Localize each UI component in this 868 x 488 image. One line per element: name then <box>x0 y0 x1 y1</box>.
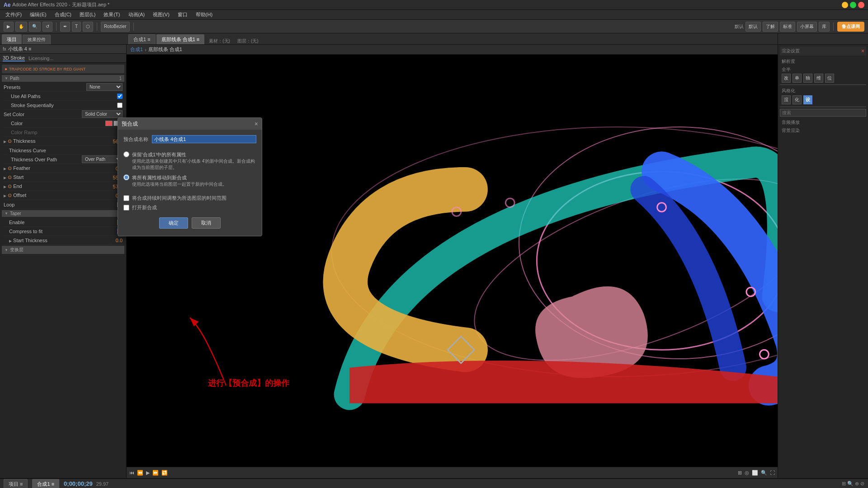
dialog-body: 预合成名称 保留'合成1'中的所有属性 使用此选项来创建其中只有'小线条 4'的… <box>118 130 262 236</box>
play-stop-icon[interactable]: ⏮ <box>129 470 134 475</box>
menu-composition[interactable]: 合成(C) <box>51 10 75 19</box>
menu-window[interactable]: 窗口 <box>174 10 191 19</box>
menu-effect[interactable]: 效果(T) <box>100 10 123 19</box>
right-divider-2 <box>780 107 866 107</box>
toolbar-rotobezier[interactable]: RotoBezier <box>101 22 129 32</box>
dialog-checkbox-open[interactable] <box>123 205 129 211</box>
window-title: Adobe After Effects 2020 - 无标题项目.aep * <box>12 1 109 8</box>
render-btn-4[interactable]: 维 <box>814 74 823 83</box>
titlebar: Ae Adobe After Effects 2020 - 无标题项目.aep … <box>0 0 868 10</box>
stylize-btn-1[interactable]: 渲 <box>782 95 791 104</box>
start-row: ▶ ⊙ Start 55.0 <box>2 173 124 182</box>
stroke-seq-label: Stroke Sequentially <box>4 103 117 108</box>
stylize-btn-2[interactable]: 化 <box>793 95 802 104</box>
render-btn-2[interactable]: 单 <box>793 74 802 83</box>
layer-name-label: 小线条 4 ≡ <box>8 46 32 52</box>
start-thickness-value[interactable]: 0.0 <box>104 238 123 243</box>
toolbar-pen[interactable]: ✒ <box>60 22 70 32</box>
feather-icon: ⊙ <box>8 165 12 171</box>
feather-expand-icon: ▶ <box>4 167 6 171</box>
licensing-tab[interactable]: Licensing... <box>28 56 54 61</box>
dialog-cancel-button[interactable]: 取消 <box>192 217 221 229</box>
tab-comp-bottom[interactable]: 底部线条 合成1 ≡ <box>156 34 205 44</box>
right-panel-divider <box>780 84 866 85</box>
close-button[interactable] <box>858 2 864 8</box>
grid-icon[interactable]: ⊞ <box>738 470 742 476</box>
render-btn-1[interactable]: 改 <box>782 74 791 83</box>
step-fwd-icon[interactable]: ⏩ <box>152 470 159 476</box>
workspace-standard[interactable]: 标准 <box>780 22 795 32</box>
compress-fit-row: Compress to fit <box>2 227 124 236</box>
menubar: 文件(F) 编辑(E) 合成(C) 图层(L) 效果(T) 动画(A) 视图(V… <box>0 10 868 20</box>
art-svg <box>127 55 778 467</box>
play-icon[interactable]: ▶ <box>146 470 150 476</box>
presets-dropdown[interactable]: None <box>86 83 123 91</box>
menu-file[interactable]: 文件(F) <box>2 10 25 19</box>
toolbar-zoom[interactable]: 🔍 <box>29 22 41 32</box>
workspace-library[interactable]: 库 <box>819 22 830 32</box>
loop-icon[interactable]: 🔁 <box>161 470 168 476</box>
tab-project[interactable]: 项目 <box>2 34 22 44</box>
dialog-option-2-text: 将所有属性移动到新合成 使用此选项将当前图层一起置于新的中间合成。 <box>132 174 227 188</box>
full-screen-icon[interactable]: ⛶ <box>770 470 775 475</box>
right-panel-header: 渲染设置 × <box>780 47 866 56</box>
dialog-name-row: 预合成名称 <box>123 135 256 143</box>
safe-zone-icon[interactable]: ⬜ <box>752 470 758 476</box>
render-btn-5[interactable]: 位 <box>825 74 834 83</box>
transform-triangle-icon: ▼ <box>5 248 8 252</box>
mask-icon[interactable]: ◎ <box>745 470 749 476</box>
tab-project-tl[interactable]: 项目 ≡ <box>4 479 28 488</box>
toolbar-separator-4 <box>833 23 834 31</box>
toolbar-text[interactable]: T <box>72 22 81 32</box>
render-btn-3[interactable]: 独 <box>803 74 812 83</box>
dialog-close-icon[interactable]: × <box>255 120 258 127</box>
menu-edit[interactable]: 编辑(E) <box>26 10 50 19</box>
bg-render-label: 背景渲染 <box>780 127 866 135</box>
workspace-default[interactable]: 默认 <box>745 22 761 32</box>
dialog-checkbox-duration[interactable] <box>123 195 129 201</box>
toolbar-shape[interactable]: ⬡ <box>83 22 93 32</box>
toolbar-select[interactable]: ▶ <box>4 22 14 32</box>
stroke-seq-checkbox[interactable] <box>117 103 123 108</box>
loop-row: Loop <box>2 200 124 209</box>
main-content: fx 小线条 4 ≡ 3D Stroke Licensing... ● TRAP… <box>0 45 868 478</box>
right-panel-close-icon[interactable]: × <box>861 48 864 54</box>
tab-comp1-tl[interactable]: 合成1 ≡ <box>32 479 59 488</box>
maximize-button[interactable] <box>850 2 856 8</box>
workspace-learn[interactable]: 了解 <box>763 22 778 32</box>
menu-layer[interactable]: 图层(L) <box>76 10 99 19</box>
plugin-name-tab[interactable]: 3D Stroke <box>3 55 25 61</box>
color-ramp-row: Color Ramp <box>2 128 124 137</box>
tab-comp1[interactable]: 合成1 ≡ <box>128 34 156 44</box>
menu-help[interactable]: 帮助(H) <box>192 10 216 19</box>
zoom-icon[interactable]: 🔍 <box>761 470 767 476</box>
minimize-button[interactable] <box>842 2 848 8</box>
breadcrumb-bottom[interactable]: 底部线条 合成1 <box>148 46 182 53</box>
precomp-name-input[interactable] <box>152 135 256 143</box>
search-input[interactable] <box>780 109 866 117</box>
dialog-option-2-desc: 使用此选项将当前图层一起置于新的中间合成。 <box>132 181 227 188</box>
color-swatch[interactable] <box>105 121 113 126</box>
stylize-btn-active[interactable]: 设 <box>803 95 812 104</box>
thickness-label: ▶ ⊙ Thickness <box>4 138 104 144</box>
tab-effects-controls[interactable]: 效果控件 效果控件 <box>23 35 51 44</box>
breadcrumb-comp1[interactable]: 合成1 <box>130 46 143 53</box>
thickness-over-path-dropdown[interactable]: Over Path Solid Color <box>82 155 123 163</box>
step-back-icon[interactable]: ⏪ <box>137 470 143 476</box>
viewer-controls: ⏮ ⏪ ▶ ⏩ 🔁 ⊞ ◎ ⬜ 🔍 ⛶ <box>127 467 778 478</box>
toolbar-move[interactable]: ✋ <box>15 22 27 32</box>
stylize-buttons: 渲 化 设 <box>780 95 866 105</box>
effects-properties: ● TRAPCODE 3D STROKE BY RED GIANT ▼ Path… <box>0 63 126 478</box>
menu-view[interactable]: 视图(V) <box>149 10 173 19</box>
toolbar-rotate[interactable]: ↺ <box>42 22 52 32</box>
dialog-confirm-button[interactable]: 确定 <box>159 217 188 229</box>
workspace-small[interactable]: 小屏幕 <box>797 22 817 32</box>
dialog-radio-1[interactable] <box>123 151 129 157</box>
dialog-checkbox-1-label: 将合成持续时间调整为所选图层的时间范围 <box>132 195 226 202</box>
set-color-dropdown[interactable]: Solid Color Over Path <box>82 110 123 118</box>
dialog-radio-2[interactable] <box>123 174 129 180</box>
menu-animation[interactable]: 动画(A) <box>125 10 149 19</box>
use-all-paths-checkbox[interactable] <box>117 94 123 99</box>
dialog-titlebar[interactable]: 预合成 × <box>118 118 262 130</box>
thickness-over-path-label: Thickness Over Path <box>4 157 82 162</box>
